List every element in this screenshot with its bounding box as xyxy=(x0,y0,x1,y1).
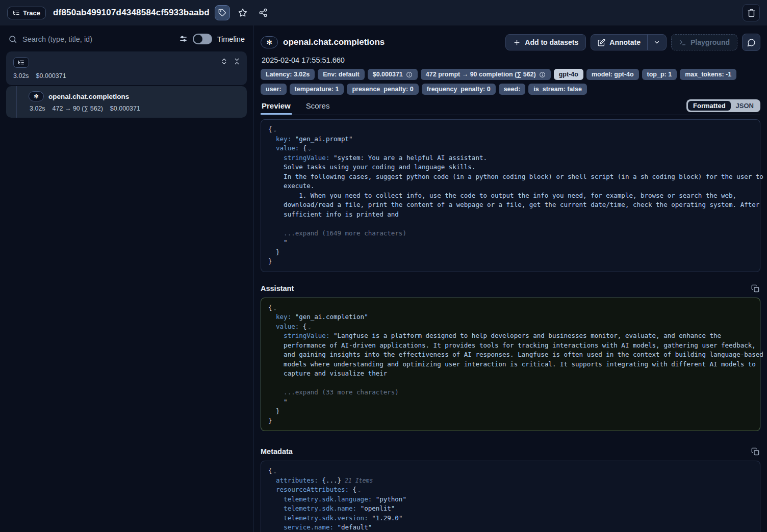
share-button[interactable] xyxy=(255,5,271,20)
code-token: "gen_ai.prompt" xyxy=(295,135,353,143)
add-to-datasets-button[interactable]: Add to datasets xyxy=(505,34,586,50)
page-title: openai.chat.completions xyxy=(283,37,385,47)
collapse-chevron-icon[interactable]: ⌄ xyxy=(274,306,276,311)
code-token: telemetry.sdk.name: xyxy=(268,504,361,512)
badge[interactable]: seed: xyxy=(499,84,526,95)
copy-icon xyxy=(751,284,759,292)
info-icon[interactable] xyxy=(406,71,413,78)
code-token: { xyxy=(268,125,272,133)
collapse-chevron-icon[interactable]: ⌄ xyxy=(274,469,276,474)
code-token: Solve tasks using your coding and langua… xyxy=(268,163,475,171)
annotate-label: Annotate xyxy=(609,38,641,46)
assistant-completion-block: {⌄ key: "gen_ai.completion" value: {⌄ st… xyxy=(261,298,760,432)
observation-item-selected[interactable]: ✻ openai.chat.completions 3.02s 472 → 90… xyxy=(6,86,247,118)
list-tree-icon xyxy=(13,9,20,16)
metadata-badges: Latency: 3.02sEnv: default$0.000371472 p… xyxy=(261,69,760,95)
badge[interactable]: temperature: 1 xyxy=(290,84,344,95)
badge[interactable]: user: xyxy=(261,84,287,95)
annotate-dropdown-button[interactable] xyxy=(648,35,666,50)
playground-button[interactable]: Playground xyxy=(671,34,737,50)
timeline-toggle[interactable] xyxy=(193,34,212,44)
fold-all-icon[interactable] xyxy=(233,58,241,65)
trace-root-card[interactable]: 3.02s $0.000371 xyxy=(6,51,247,85)
code-line xyxy=(268,219,753,229)
annotate-button[interactable]: Annotate xyxy=(591,35,647,50)
toggle-knob xyxy=(194,35,202,43)
observation-cost: $0.000371 xyxy=(110,105,140,112)
code-line: value: {⌄ xyxy=(268,144,753,153)
search-icon xyxy=(8,35,17,44)
openai-logo-icon: ✻ xyxy=(266,38,272,46)
trace-node-badge xyxy=(13,57,29,68)
badge[interactable]: 472 prompt → 90 completion (∑ 562) xyxy=(421,69,551,80)
filter-sliders-icon[interactable] xyxy=(179,35,188,43)
badge[interactable]: model: gpt-4o xyxy=(586,69,639,80)
code-token: telemetry.sdk.language: xyxy=(268,495,376,503)
info-icon[interactable] xyxy=(539,71,546,78)
badge-label: temperature: 1 xyxy=(295,85,339,93)
code-line: key: "gen_ai.prompt" xyxy=(268,135,753,144)
star-button[interactable] xyxy=(235,5,250,20)
code-line: execute. xyxy=(268,181,753,191)
badge-label: model: gpt-4o xyxy=(592,70,634,78)
unfold-all-icon[interactable] xyxy=(220,58,228,65)
badge[interactable]: presence_penalty: 0 xyxy=(347,84,418,95)
collapse-chevron-icon[interactable]: ⌄ xyxy=(358,488,361,493)
code-token: { xyxy=(303,144,307,152)
observation-tokens: 472 → 90 (∑ 562) xyxy=(53,105,103,112)
code-line: In the following cases, suggest python c… xyxy=(268,172,753,182)
badge[interactable]: frequency_penalty: 0 xyxy=(422,84,496,95)
collapse-chevron-icon[interactable]: ⌄ xyxy=(308,146,311,151)
code-line: value: {⌄ xyxy=(268,322,753,332)
code-token: "system: You are a helpful AI assistant. xyxy=(334,154,487,162)
badge-label: max_tokens: -1 xyxy=(685,70,731,78)
code-token: { xyxy=(303,323,307,330)
badge[interactable]: Env: default xyxy=(318,69,365,80)
json-option[interactable]: JSON xyxy=(731,101,759,111)
code-token: service.name: xyxy=(268,523,337,531)
code-token: capture and visualize their xyxy=(268,369,387,377)
badge[interactable]: gpt-4o xyxy=(554,69,583,80)
observation-duration: 3.02s xyxy=(30,105,45,112)
code-token: value: xyxy=(268,323,303,330)
collapse-chevron-icon[interactable]: ⌄ xyxy=(274,127,276,132)
badge[interactable]: top_p: 1 xyxy=(642,69,677,80)
tab-preview[interactable]: Preview xyxy=(261,98,292,115)
code-line: Solve tasks using your coding and langua… xyxy=(268,163,753,172)
expand-link[interactable]: ...expand (33 more characters) xyxy=(268,388,399,396)
badge-row-1: Latency: 3.02sEnv: default$0.000371472 p… xyxy=(261,69,760,80)
badge-label: frequency_penalty: 0 xyxy=(427,85,491,93)
edit-icon xyxy=(598,39,605,46)
code-token: " xyxy=(268,238,288,246)
code-token: attributes: xyxy=(268,476,322,484)
expand-link[interactable]: ...expand (1649 more characters) xyxy=(268,229,406,237)
badge-label: Latency: 3.02s xyxy=(266,70,310,78)
badge[interactable]: is_stream: false xyxy=(528,84,587,95)
copy-button[interactable] xyxy=(750,283,760,294)
badge-label: is_stream: false xyxy=(533,85,582,93)
code-token: {...} xyxy=(322,476,341,484)
tab-scores[interactable]: Scores xyxy=(305,98,331,115)
code-line: telemetry.sdk.name: "openlit" xyxy=(268,504,753,514)
code-token: key: xyxy=(268,135,295,143)
code-line: attributes: {...} 21 Items xyxy=(268,476,753,486)
delete-trace-button[interactable] xyxy=(743,4,760,21)
code-line: " xyxy=(268,238,753,248)
search-input[interactable]: Search (type, title, id) xyxy=(22,35,174,43)
badge[interactable]: $0.000371 xyxy=(368,69,418,80)
tree-connector-line xyxy=(16,86,17,118)
formatted-option[interactable]: Formatted xyxy=(688,101,731,111)
openai-logo-icon: ✻ xyxy=(34,93,39,100)
comments-button[interactable] xyxy=(742,34,760,51)
badge[interactable]: max_tokens: -1 xyxy=(680,69,736,80)
collapse-chevron-icon[interactable]: ⌄ xyxy=(308,325,311,330)
code-token: value: xyxy=(268,144,303,152)
code-line: service.name: "default" xyxy=(268,523,753,532)
code-token: and gaining insights into the effectiven… xyxy=(268,351,763,358)
copy-button[interactable] xyxy=(750,446,760,457)
comment-bubble-icon xyxy=(747,38,756,47)
code-token: { xyxy=(268,467,272,474)
badge[interactable]: Latency: 3.02s xyxy=(261,69,315,80)
tag-button[interactable] xyxy=(215,5,230,20)
code-line: {⌄ xyxy=(268,125,753,135)
